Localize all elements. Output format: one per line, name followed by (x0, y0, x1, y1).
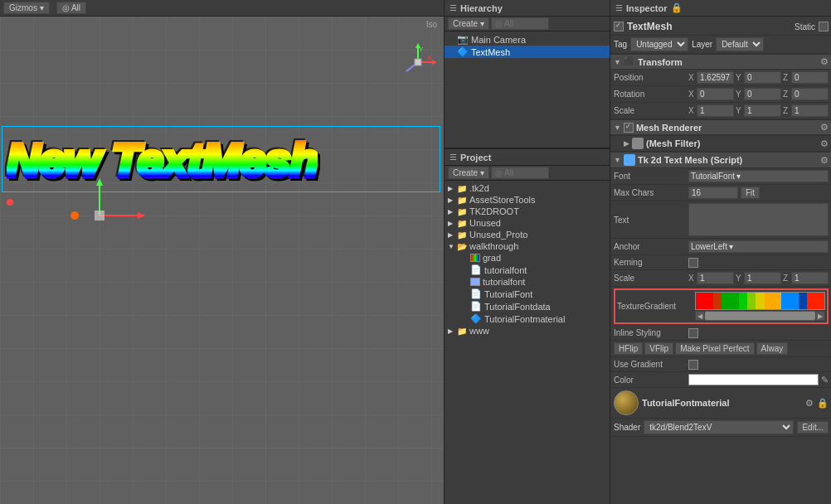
grad-seg-blue (781, 293, 799, 309)
project-title: Project (460, 153, 491, 162)
scale-x-field[interactable] (697, 104, 734, 117)
sc-scale-z[interactable] (791, 272, 829, 284)
anchor-label: Anchor (614, 242, 688, 251)
grad-icon (470, 254, 480, 262)
kerning-checkbox[interactable] (688, 258, 698, 268)
project-icon: ☰ (450, 153, 457, 162)
project-item-unused-proto[interactable]: ▶ 📁 Unused_Proto (445, 229, 610, 240)
usegrad-checkbox[interactable] (688, 360, 698, 370)
color-row: Color ✎ (610, 372, 831, 388)
project-item-fontmaterial[interactable]: 🔷 TutorialFontmaterial (445, 313, 610, 325)
material-name: TutorialFontmaterial (642, 398, 802, 408)
transform-title: Transform (638, 57, 818, 67)
anchor-dropdown[interactable]: LowerLeft ▾ (688, 240, 829, 253)
anchor-row: Anchor LowerLeft ▾ (610, 239, 831, 255)
grad-scroll-right[interactable]: ▶ (815, 311, 825, 321)
rot-z-field[interactable] (791, 88, 829, 100)
project-item-www[interactable]: ▶ 📁 www (445, 325, 610, 337)
object-name: TextMesh (627, 21, 791, 32)
static-checkbox[interactable] (819, 22, 829, 32)
sc-scale-x[interactable] (697, 272, 734, 284)
color-swatch[interactable] (688, 374, 819, 385)
project-item-grad[interactable]: grad (445, 252, 610, 264)
transform-gear[interactable]: ⚙ (820, 56, 829, 67)
pixel-btn[interactable]: Make Pixel Perfect (675, 342, 754, 355)
script-title: Tk 2d Text Mesh (Script) (638, 155, 818, 165)
project-item-walkthrough[interactable]: ▼ 📂 walkthrough (445, 240, 610, 252)
btn-group: HFlip VFlip Make Pixel Perfect Alway (614, 342, 788, 355)
hierarchy-search[interactable] (491, 17, 549, 30)
vflip-btn[interactable]: VFlip (644, 342, 673, 355)
project-item-tutorialfont2[interactable]: tutorialfont (445, 276, 610, 288)
position-label: Position (614, 73, 688, 82)
pos-x-field[interactable] (697, 71, 734, 84)
grad-scroll-left[interactable]: ◀ (695, 311, 705, 321)
inspector-content: TextMesh Static Tag Untagged Layer Defau… (610, 17, 831, 504)
pos-y-field[interactable] (744, 71, 781, 84)
gradient-visual[interactable] (695, 292, 825, 310)
rot-y-field[interactable] (744, 88, 781, 100)
edit-btn[interactable]: Edit... (797, 421, 829, 434)
sc-gear[interactable]: ⚙ (820, 155, 829, 166)
tag-select[interactable]: Untagged (630, 37, 688, 51)
script-scale-label: Scale (614, 274, 688, 283)
all-button[interactable]: ◎ All (56, 2, 86, 14)
color-pick-icon[interactable]: ✎ (821, 375, 829, 385)
font-dropdown[interactable]: TutorialFont ▾ (688, 170, 829, 182)
pos-z-field[interactable] (791, 71, 829, 84)
mr-gear[interactable]: ⚙ (820, 122, 829, 133)
hierarchy-item-textmesh[interactable]: 🔷 TextMesh (445, 46, 610, 58)
file-icon1: 📄 (470, 264, 482, 275)
sc-scale-y[interactable] (744, 272, 781, 284)
project-item-fontdata[interactable]: 📄 TutorialFontdata (445, 300, 610, 313)
project-label-unused: Unused (469, 218, 501, 228)
folder-icon4: 📁 (457, 219, 467, 228)
fit-button[interactable]: Fit (741, 187, 760, 199)
hierarchy-item-maincamera[interactable]: 📷 Main Camera (445, 33, 610, 46)
material-lock[interactable]: 🔒 (817, 398, 829, 409)
mesh-icon2: 🔷 (457, 46, 469, 57)
project-item-tutorialfont1[interactable]: 📄 tutorialfont (445, 264, 610, 276)
project-item-assetstoretools[interactable]: ▶ 📁 AssetStoreTools (445, 194, 610, 206)
folder-icon7: 📁 (457, 327, 467, 336)
hflip-btn[interactable]: HFlip (614, 342, 643, 355)
mf-collapse: ▶ (624, 139, 629, 148)
project-search[interactable] (491, 167, 549, 179)
project-create-btn[interactable]: Create ▾ (448, 167, 489, 179)
lock-icon[interactable]: 🔒 (671, 2, 683, 13)
active-checkbox[interactable] (614, 22, 624, 32)
text-textarea[interactable] (688, 203, 829, 236)
scale-y-field[interactable] (744, 104, 781, 117)
rot-x-field[interactable] (697, 88, 734, 100)
rotation-label: Rotation (614, 90, 688, 99)
project-item-tutorialfont3[interactable]: 📄 TutorialFont (445, 288, 610, 300)
layer-select[interactable]: Default (716, 37, 764, 51)
scale-z-field[interactable] (791, 104, 829, 117)
mf-gear[interactable]: ⚙ (820, 138, 829, 149)
grad-seg-yellow (756, 293, 764, 309)
meshrenderer-header[interactable]: ▼ Mesh Renderer ⚙ (610, 119, 831, 135)
script-header[interactable]: ▼ Tk 2d Text Mesh (Script) ⚙ (610, 152, 831, 168)
grad-seg-red2 (807, 293, 824, 309)
maxchars-field[interactable] (688, 187, 738, 199)
script-scale-value: X Y Z (688, 272, 829, 284)
project-item-tk2d[interactable]: ▶ 📁 .tk2d (445, 182, 610, 194)
inline-checkbox[interactable] (688, 328, 698, 338)
mr-checkbox[interactable] (624, 123, 634, 133)
shader-label: Shader (614, 423, 640, 432)
always-btn[interactable]: Alway (756, 342, 789, 355)
project-item-unused[interactable]: ▶ 📁 Unused (445, 217, 610, 229)
shader-select[interactable]: tk2d/Blend2TexV (644, 420, 794, 434)
grad-scroll-thumb[interactable] (705, 312, 815, 320)
ssx-label: X (688, 274, 695, 283)
ssz-label: Z (783, 274, 790, 283)
meshfilter-header[interactable]: ▶ (Mesh Filter) ⚙ (610, 135, 831, 152)
project-item-tk2droot[interactable]: ▶ 📁 TK2DROOT (445, 206, 610, 217)
material-gear[interactable]: ⚙ (805, 398, 814, 409)
rotation-row: Rotation X Y Z (610, 86, 831, 103)
text-value (688, 203, 829, 236)
project-toolbar: Create ▾ (445, 166, 610, 181)
hierarchy-create-btn[interactable]: Create ▾ (448, 17, 489, 30)
transform-header[interactable]: ▼ ⬛ Transform ⚙ (610, 54, 831, 70)
gizmos-button[interactable]: Gizmos ▾ (3, 2, 50, 14)
